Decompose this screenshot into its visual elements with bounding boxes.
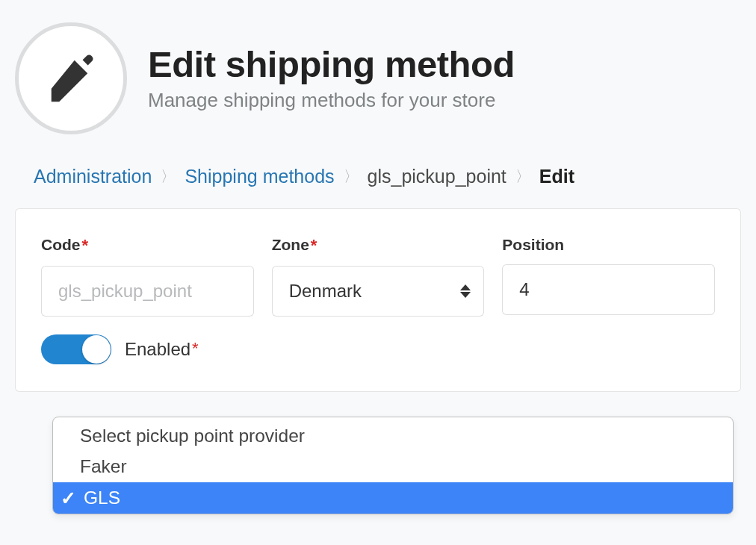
page-icon-circle <box>15 22 127 134</box>
pickup-provider-dropdown[interactable]: Select pickup point provider Faker ✓GLS <box>52 417 734 514</box>
enabled-row: Enabled* <box>41 334 715 364</box>
field-row: Code* Zone* Denmark Position <box>41 236 715 317</box>
dropdown-option-faker[interactable]: Faker <box>53 451 733 482</box>
breadcrumb: Administration 〉 Shipping methods 〉 gls_… <box>0 157 756 208</box>
zone-label: Zone* <box>272 236 485 255</box>
code-label: Code* <box>41 236 254 255</box>
breadcrumb-current: Edit <box>539 166 574 187</box>
chevron-right-icon: 〉 <box>515 166 530 187</box>
header-text: Edit shipping method Manage shipping met… <box>148 45 515 113</box>
check-icon: ✓ <box>61 488 76 509</box>
zone-select[interactable]: Denmark <box>272 266 485 317</box>
breadcrumb-administration[interactable]: Administration <box>34 166 152 187</box>
page-title: Edit shipping method <box>148 45 515 85</box>
field-position: Position <box>502 236 715 317</box>
enabled-label: Enabled* <box>125 339 199 360</box>
breadcrumb-shipping-methods[interactable]: Shipping methods <box>185 166 334 187</box>
enabled-toggle[interactable] <box>41 334 111 364</box>
field-code: Code* <box>41 236 254 317</box>
position-label: Position <box>502 236 715 254</box>
breadcrumb-code: gls_pickup_point <box>368 166 506 187</box>
chevron-right-icon: 〉 <box>344 166 359 187</box>
required-asterisk: * <box>82 236 89 255</box>
page-subtitle: Manage shipping methods for your store <box>148 89 515 112</box>
code-input[interactable] <box>41 266 254 317</box>
page-header: Edit shipping method Manage shipping met… <box>0 0 756 157</box>
dropdown-option-placeholder[interactable]: Select pickup point provider <box>53 417 733 451</box>
form-card: Code* Zone* Denmark Position Enabled* <box>15 208 741 392</box>
required-asterisk: * <box>192 339 199 358</box>
dropdown-option-gls[interactable]: ✓GLS <box>53 482 733 514</box>
required-asterisk: * <box>311 236 317 255</box>
chevron-right-icon: 〉 <box>161 166 176 187</box>
position-input[interactable] <box>502 264 715 315</box>
pencil-icon <box>45 51 97 106</box>
field-zone: Zone* Denmark <box>272 236 485 317</box>
